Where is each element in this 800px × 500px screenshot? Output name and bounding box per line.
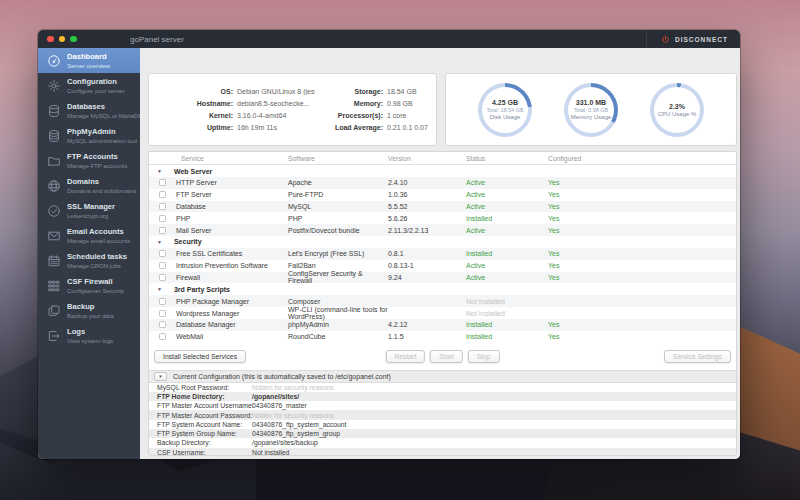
- arrow-export-icon: [47, 329, 61, 343]
- config-label: FTP Home Directory:: [149, 393, 252, 400]
- sidebar-item-scheduled-tasks[interactable]: Scheduled tasksManage CRON jobs: [38, 248, 140, 273]
- service-row-webmail[interactable]: WebMailRoundCube1.1.5InstalledYes: [149, 331, 736, 343]
- collapse-group-icon[interactable]: ▼: [157, 168, 162, 174]
- software-version: 0.8.13-1: [388, 262, 466, 269]
- software-version: 2.4.10: [388, 179, 466, 186]
- sidebar-item-dashboard[interactable]: DashboardServer overview: [38, 48, 140, 73]
- software-name: PHP: [288, 215, 388, 222]
- group-row-3rd-party-scripts[interactable]: ▼3rd Party Scripts: [149, 283, 736, 295]
- configured-badge: Yes: [548, 274, 736, 281]
- gauge-cpu-usage: 2.3%CPU Usage %: [650, 83, 704, 137]
- sidebar-item-label: Dashboard: [67, 52, 110, 62]
- row-checkbox[interactable]: [159, 310, 166, 317]
- service-row-firewall[interactable]: FirewallConfigServer Security & Firewall…: [149, 272, 736, 284]
- collapse-group-icon[interactable]: ▼: [157, 286, 162, 292]
- stop-button[interactable]: Stop: [468, 350, 500, 363]
- config-label: FTP System Account Name:: [149, 421, 252, 428]
- sidebar-item-ssl-manager[interactable]: SSL ManagerLetsencrypt.org: [38, 198, 140, 223]
- install-selected-services-button[interactable]: Install Selected Services: [154, 350, 246, 363]
- software-version: 2.11.3/2.2.13: [388, 227, 466, 234]
- row-checkbox[interactable]: [159, 191, 166, 198]
- service-row-wordpress-manager[interactable]: Wordpress ManagerWP-CLI (command-line to…: [149, 307, 736, 319]
- sidebar-item-csf-firewall[interactable]: CSF FirewallConfigserver Security: [38, 273, 140, 298]
- sidebar-item-sublabel: MySQL administration tool: [67, 137, 137, 144]
- info-value: 18.54 GB: [387, 88, 430, 95]
- service-row-database-manager[interactable]: Database ManagerphpMyAdmin4.2.12Installe…: [149, 319, 736, 331]
- sidebar-item-sublabel: Server overview: [67, 62, 110, 69]
- column-header-configured: Configured: [548, 155, 736, 162]
- service-row-ftp-server[interactable]: FTP ServerPure-FTPD1.0.36ActiveYes: [149, 189, 736, 201]
- sidebar-item-label: PhpMyAdmin: [67, 127, 137, 137]
- minimize-window-button[interactable]: [59, 36, 66, 43]
- row-checkbox[interactable]: [159, 203, 166, 210]
- config-value: 04340876_ftp_system_group: [252, 430, 340, 437]
- software-version: 5.6.26: [388, 215, 466, 222]
- info-value: 0.98 GB: [387, 100, 430, 107]
- gauge-disk-usage: 4.25 GBTotal: 18.54 GBDisk Usage: [478, 83, 532, 137]
- config-label: FTP System Group Name:: [149, 430, 252, 437]
- info-value: 16h 19m 11s: [237, 124, 315, 131]
- group-row-web-server[interactable]: ▼Web Server: [149, 165, 736, 177]
- sidebar-item-ftp-accounts[interactable]: FTP AccountsManage FTP accounts: [38, 148, 140, 173]
- info-label: Storage:: [319, 88, 383, 95]
- sidebar-item-phpmyadmin[interactable]: PhpMyAdminMySQL administration tool: [38, 123, 140, 148]
- row-checkbox[interactable]: [159, 333, 166, 340]
- group-name: Web Server: [174, 168, 212, 175]
- row-checkbox[interactable]: [159, 274, 166, 281]
- service-name: FTP Server: [176, 191, 212, 198]
- sidebar-item-configuration[interactable]: ConfigurationConfigure your server: [38, 73, 140, 98]
- close-window-button[interactable]: [47, 36, 54, 43]
- software-name: Composer: [288, 298, 388, 305]
- configured-badge: Yes: [548, 215, 736, 222]
- sidebar-item-databases[interactable]: DatabasesManage MySQL or MariaDB: [38, 98, 140, 123]
- software-version: 9.24: [388, 274, 466, 281]
- service-row-php[interactable]: PHPPHP5.6.26InstalledYes: [149, 212, 736, 224]
- row-checkbox[interactable]: [159, 298, 166, 305]
- service-row-free-ssl-certificates[interactable]: Free SSL CertificatesLet's Encrypt (Free…: [149, 248, 736, 260]
- row-checkbox[interactable]: [159, 321, 166, 328]
- row-checkbox[interactable]: [159, 250, 166, 257]
- sidebar-item-backup[interactable]: BackupBackup your data: [38, 298, 140, 323]
- start-button[interactable]: Start: [430, 350, 462, 363]
- group-name: Security: [174, 238, 202, 245]
- row-checkbox[interactable]: [159, 215, 166, 222]
- sidebar-item-logs[interactable]: LogsView system logs: [38, 323, 140, 348]
- service-row-database[interactable]: DatabaseMySQL5.5.52ActiveYes: [149, 201, 736, 213]
- config-row-mysql-root-password: MySQL Root Password:hidden for security …: [149, 383, 736, 392]
- gauge-value: 331.0 MB: [576, 99, 606, 106]
- row-checkbox[interactable]: [159, 227, 166, 234]
- sidebar-item-label: Logs: [67, 327, 113, 337]
- collapse-config-button[interactable]: ▼: [154, 372, 167, 381]
- service-row-mail-server[interactable]: Mail ServerPostfix/Dovecot bundle2.11.3/…: [149, 224, 736, 236]
- sidebar-item-label: Scheduled tasks: [67, 252, 127, 262]
- service-settings-button[interactable]: Service Settings: [664, 350, 731, 363]
- software-name: phpMyAdmin: [288, 321, 388, 328]
- collapse-group-icon[interactable]: ▼: [157, 239, 162, 245]
- row-checkbox[interactable]: [159, 262, 166, 269]
- service-name: WebMail: [176, 333, 203, 340]
- database-icon: [47, 104, 61, 118]
- restart-button[interactable]: Restart: [385, 350, 425, 363]
- configured-badge: Yes: [548, 227, 736, 234]
- info-label: Load Average:: [319, 124, 383, 131]
- status-badge: Active: [466, 227, 548, 234]
- info-label: Memory:: [319, 100, 383, 107]
- service-row-php-package-manager[interactable]: PHP Package ManagerComposerNot Installed: [149, 295, 736, 307]
- disconnect-button[interactable]: DISCONNECT: [646, 30, 740, 48]
- configuration-list: MySQL Root Password:hidden for security …: [149, 383, 736, 456]
- zoom-window-button[interactable]: [70, 36, 77, 43]
- database-admin-icon: [47, 129, 61, 143]
- column-header-service: Service: [149, 155, 288, 162]
- sidebar-item-domains[interactable]: DomainsDomains and subdomains: [38, 173, 140, 198]
- row-checkbox[interactable]: [159, 179, 166, 186]
- service-row-http-server[interactable]: HTTP ServerApache2.4.10ActiveYes: [149, 177, 736, 189]
- sidebar-item-label: SSL Manager: [67, 202, 115, 212]
- info-label: Hostname:: [155, 100, 233, 107]
- service-row-intrusion-prevention-software[interactable]: Intrusion Prevention SoftwareFail2Ban0.8…: [149, 260, 736, 272]
- info-label: Kernel:: [155, 112, 233, 119]
- sidebar-item-sublabel: Backup your data: [67, 312, 114, 319]
- power-icon: [661, 35, 670, 44]
- configured-badge: Yes: [548, 191, 736, 198]
- group-row-security[interactable]: ▼Security: [149, 236, 736, 248]
- sidebar-item-email-accounts[interactable]: Email AccountsManage email accounts: [38, 223, 140, 248]
